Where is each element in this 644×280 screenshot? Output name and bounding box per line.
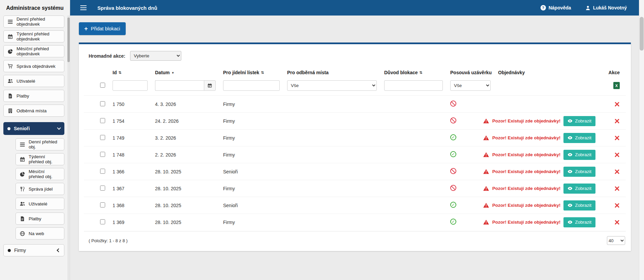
show-orders-button[interactable]: Zobrazit	[563, 200, 595, 211]
show-orders-label: Zobrazit	[575, 169, 591, 174]
chevron-left-icon	[57, 248, 60, 252]
orders-warning-text: Pozor! Existují zde objednávky!	[492, 118, 561, 123]
calendar-button[interactable]	[204, 80, 216, 91]
row-select-checkbox[interactable]	[100, 152, 105, 157]
eye-icon	[568, 135, 573, 140]
cell-date: 28. 10. 2025	[155, 169, 223, 174]
app-root: Administrace systému Denní přehled objed…	[0, 0, 644, 280]
sidebar-item-seniors-weekly[interactable]: Týdenní přehled obj.	[16, 153, 64, 165]
filter-date-input[interactable]	[155, 80, 204, 91]
calendar-icon	[20, 157, 25, 162]
sidebar-item-monthly-orders[interactable]: Měsíční přehled objednávek	[3, 45, 64, 57]
table-row: 1 367 28. 10. 2025 Firmy Pozor! Existují…	[84, 180, 626, 197]
cell-orders: Pozor! Existují zde objednávky! Zobrazit	[498, 167, 597, 177]
warning-triangle-icon	[483, 118, 489, 124]
column-header-menu[interactable]: Pro jídelní lístek	[223, 70, 287, 75]
row-select-checkbox[interactable]	[100, 135, 105, 140]
show-orders-button[interactable]: Zobrazit	[563, 217, 595, 227]
cutlery-icon	[20, 187, 25, 192]
row-select-checkbox[interactable]	[100, 101, 105, 106]
cell-menu: Senioři	[223, 203, 287, 208]
sidebar-item-users[interactable]: Uživatelé	[3, 75, 64, 87]
warning-triangle-icon	[483, 169, 489, 174]
sidebar-item-daily-orders[interactable]: Denní přehled objednávek	[3, 16, 64, 28]
column-header-date[interactable]: Datum	[155, 70, 223, 75]
show-orders-label: Zobrazit	[575, 152, 591, 157]
delete-row-icon[interactable]	[614, 135, 620, 141]
bulk-actions-select[interactable]: Vyberte	[130, 51, 181, 61]
warning-triangle-icon	[483, 135, 489, 141]
sidebar-item-seniors-meals[interactable]: Správa jídel	[16, 183, 64, 195]
orders-warning-text: Pozor! Existují zde objednávky!	[492, 220, 561, 225]
select-all-checkbox[interactable]	[100, 83, 105, 88]
row-select-checkbox[interactable]	[100, 219, 105, 224]
cell-menu: Firmy	[223, 152, 287, 158]
cell-menu: Firmy	[223, 102, 287, 107]
cell-orders: Pozor! Existují zde objednávky! Zobrazit	[498, 217, 597, 227]
list-lines-icon	[20, 142, 25, 147]
sidebar-scrollbar[interactable]	[67, 16, 70, 280]
sidebar-scrollbar-thumb[interactable]	[67, 18, 70, 62]
cell-orders: Pozor! Existují zde objednávky! Zobrazit	[498, 116, 597, 126]
help-label: Nápověda	[549, 5, 571, 10]
sidebar-item-seniors-users[interactable]: Uživatelé	[16, 198, 64, 210]
excel-export-icon[interactable]	[613, 82, 620, 89]
sidebar-item-order-management[interactable]: Správa objednávek	[3, 60, 64, 72]
eye-icon	[568, 186, 573, 191]
shifts-deadline-status-icon	[450, 185, 456, 191]
help-link[interactable]: Nápověda	[541, 5, 571, 10]
delete-row-icon[interactable]	[614, 152, 620, 158]
row-select-checkbox[interactable]	[100, 186, 105, 191]
column-header-id[interactable]: Id	[113, 70, 155, 75]
orders-warning-text: Pozor! Existují zde objednávky!	[492, 135, 561, 140]
table-row: 1 369 28. 10. 2025 Firmy Pozor! Existují…	[84, 214, 626, 230]
sidebar-item-seniors-payments[interactable]: Platby	[16, 213, 64, 225]
delete-row-icon[interactable]	[614, 186, 620, 191]
row-select-checkbox[interactable]	[100, 202, 105, 207]
show-orders-button[interactable]: Zobrazit	[563, 150, 595, 160]
delete-row-icon[interactable]	[614, 220, 620, 225]
sidebar-item-label: Správa objednávek	[17, 64, 56, 69]
page-size-select[interactable]: 40	[607, 236, 625, 245]
sort-icon	[420, 71, 423, 75]
sidebar-item-payments[interactable]: Platby	[3, 90, 64, 102]
orders-warning-text: Pozor! Existují zde objednávky!	[492, 186, 561, 191]
menu-icon[interactable]	[80, 4, 87, 12]
row-select-checkbox[interactable]	[100, 169, 105, 174]
bullet-icon	[8, 249, 11, 252]
sidebar-item-seniors-web[interactable]: Na web	[16, 227, 64, 240]
sidebar-group-seniors[interactable]: Senioři	[3, 122, 64, 135]
filter-shifts-select[interactable]: Vše	[450, 80, 491, 91]
delete-row-icon[interactable]	[614, 102, 620, 107]
row-select-checkbox[interactable]	[100, 118, 105, 123]
show-orders-label: Zobrazit	[575, 203, 591, 208]
show-orders-button[interactable]: Zobrazit	[563, 167, 595, 177]
user-menu[interactable]: Lukáš Novotný	[585, 5, 627, 10]
sort-icon	[261, 71, 264, 75]
add-block-button[interactable]: Přidat blokaci	[79, 22, 126, 35]
column-header-reason[interactable]: Důvod blokace	[384, 70, 450, 75]
filter-menu-input[interactable]	[223, 80, 280, 91]
sidebar-item-weekly-orders[interactable]: Týdenní přehled objednávek	[3, 30, 64, 43]
show-orders-button[interactable]: Zobrazit	[563, 184, 595, 194]
page-scrollbar-thumb[interactable]	[640, 17, 644, 51]
show-orders-button[interactable]: Zobrazit	[563, 116, 595, 126]
sidebar-group-firmy[interactable]: Firmy	[3, 244, 64, 256]
filter-places-select[interactable]: Vše	[287, 80, 377, 91]
filter-id-input[interactable]	[113, 80, 148, 91]
delete-row-icon[interactable]	[614, 203, 620, 208]
show-orders-button[interactable]: Zobrazit	[563, 133, 595, 143]
delete-row-icon[interactable]	[614, 169, 620, 174]
filter-reason-input[interactable]	[384, 80, 443, 91]
sidebar-item-seniors-daily[interactable]: Denní přehled obj.	[16, 138, 64, 150]
sidebar-item-pickup-places[interactable]: Odběrná místa	[3, 105, 64, 117]
orders-warning-text: Pozor! Existují zde objednávky!	[492, 203, 561, 208]
table-filter-row: Vše Vše	[84, 79, 626, 95]
delete-row-icon[interactable]	[614, 118, 620, 124]
column-header-orders: Objednávky	[498, 70, 597, 75]
sidebar-item-seniors-monthly[interactable]: Měsíční přehled obj.	[16, 168, 64, 180]
blocked-days-panel: Hromadné akce: Vyberte Id Datum Pro jíde…	[79, 43, 631, 251]
cell-orders: Pozor! Existují zde objednávky! Zobrazit	[498, 99, 597, 109]
page-scrollbar[interactable]	[639, 0, 644, 280]
shifts-deadline-status-icon	[450, 134, 456, 140]
